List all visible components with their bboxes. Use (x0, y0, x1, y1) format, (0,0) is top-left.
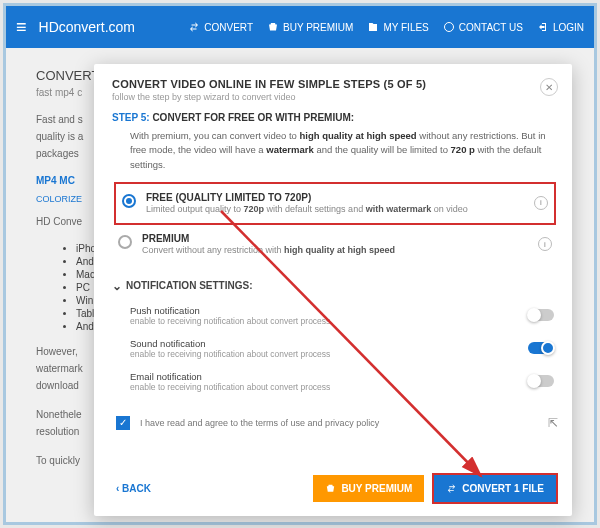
notif-push: Push notificationenable to receiving not… (112, 299, 558, 332)
agree-text: I have read and agree to the terms of us… (140, 418, 379, 428)
toggle-sound[interactable] (528, 342, 554, 354)
option-free-desc: Limited output quality to 720p with defa… (146, 203, 524, 216)
agree-checkbox[interactable]: ✓ (116, 416, 130, 430)
radio-premium[interactable] (118, 235, 132, 249)
modal-subtitle: follow the step by step wizard to conver… (112, 92, 426, 102)
info-icon[interactable]: i (538, 237, 552, 251)
convert-modal: CONVERT VIDEO ONLINE IN FEW SIMPLE STEPS… (94, 64, 572, 516)
toggle-push[interactable] (528, 309, 554, 321)
nav-login[interactable]: LOGIN (537, 21, 584, 33)
toggle-email[interactable] (528, 375, 554, 387)
step-description: With premium, you can convert video to h… (130, 129, 552, 172)
nav-premium[interactable]: BUY PREMIUM (267, 21, 353, 33)
option-premium-desc: Convert without any restriction with hig… (142, 244, 528, 257)
svg-point-0 (444, 23, 453, 32)
step-label: STEP 5: CONVERT FOR FREE OR WITH PREMIUM… (112, 112, 558, 123)
notif-sound: Sound notificationenable to receiving no… (112, 332, 558, 365)
nav-contact[interactable]: CONTACT US (443, 21, 523, 33)
option-free[interactable]: FREE (QUALITY LIMITED TO 720P) Limited o… (114, 182, 556, 226)
option-premium[interactable]: PREMIUM Convert without any restriction … (112, 225, 558, 265)
option-free-title: FREE (QUALITY LIMITED TO 720P) (146, 192, 524, 203)
nav-files[interactable]: MY FILES (367, 21, 428, 33)
option-premium-title: PREMIUM (142, 233, 528, 244)
back-button[interactable]: ‹ BACK (116, 483, 151, 494)
menu-icon[interactable]: ≡ (16, 17, 27, 38)
top-nav: ≡ HDconvert.com CONVERT BUY PREMIUM MY F… (6, 6, 594, 48)
external-link-icon[interactable]: ⇱ (548, 416, 558, 430)
modal-title: CONVERT VIDEO ONLINE IN FEW SIMPLE STEPS… (112, 78, 426, 90)
convert-file-button[interactable]: CONVERT 1 FILE (432, 473, 558, 504)
nav-convert[interactable]: CONVERT (188, 21, 253, 33)
close-icon[interactable]: ✕ (540, 78, 558, 96)
notification-section[interactable]: NOTIFICATION SETTINGS: (112, 279, 558, 293)
info-icon[interactable]: i (534, 196, 548, 210)
agree-row: ✓ I have read and agree to the terms of … (112, 416, 558, 430)
brand[interactable]: HDconvert.com (39, 19, 135, 35)
buy-premium-button[interactable]: BUY PREMIUM (313, 475, 424, 502)
notif-email: Email notificationenable to receiving no… (112, 365, 558, 398)
radio-free[interactable] (122, 194, 136, 208)
